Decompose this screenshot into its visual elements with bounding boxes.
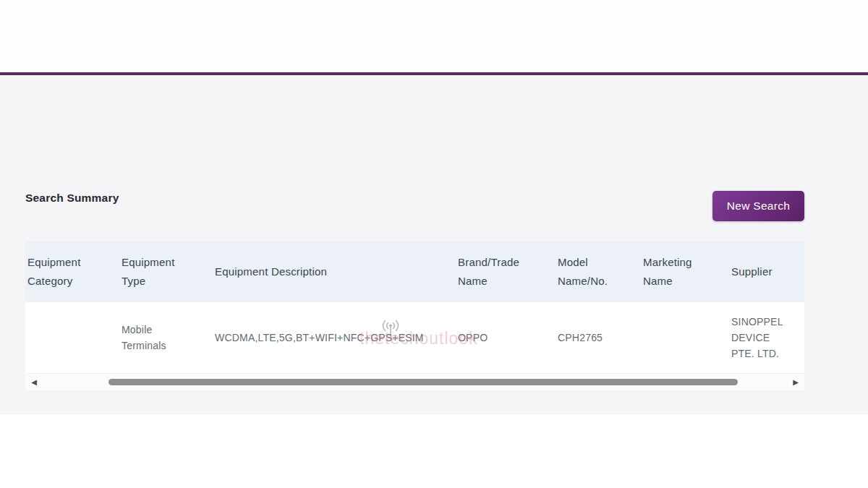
cell-network-compatibility <box>800 302 804 373</box>
bottom-white-band <box>0 414 868 488</box>
scroll-right-icon[interactable]: ▶ <box>790 377 801 388</box>
content-area: Search Summary New Search Equipment Cate… <box>0 75 868 414</box>
col-header-network-compatibility: Network Compatibility <box>800 241 804 302</box>
col-header-equipment-type: Equipment Type <box>110 241 203 302</box>
cell-marketing-name <box>631 302 720 373</box>
table-header-row: Equipment Category Equipment Type Equipm… <box>25 241 804 302</box>
new-search-button[interactable]: New Search <box>712 191 804 221</box>
col-header-equipment-description: Equipment Description <box>203 241 446 302</box>
results-table-viewport[interactable]: Equipment Category Equipment Type Equipm… <box>25 241 804 390</box>
table-row: Mobile Terminals WCDMA,LTE,5G,BT+WIFI+NF… <box>25 302 804 373</box>
cell-equipment-type: Mobile Terminals <box>110 302 203 373</box>
search-summary-page: Search Summary New Search Equipment Cate… <box>0 0 868 488</box>
col-header-brand-trade-name: Brand/Trade Name <box>446 241 546 302</box>
horizontal-scrollbar: ◀ ▶ <box>25 373 804 390</box>
top-white-band <box>0 0 868 72</box>
cell-equipment-description: WCDMA,LTE,5G,BT+WIFI+NFC+GPS+ESIM <box>203 302 446 373</box>
page-title: Search Summary <box>25 192 119 205</box>
cell-brand-trade-name: OPPO <box>446 302 546 373</box>
cell-equipment-category <box>25 302 110 373</box>
col-header-equipment-category: Equipment Category <box>25 241 110 302</box>
results-table: Equipment Category Equipment Type Equipm… <box>25 241 804 373</box>
scrollbar-thumb[interactable] <box>109 379 738 385</box>
scroll-left-icon[interactable]: ◀ <box>28 377 40 388</box>
cell-supplier: SINOPPEL DEVICE PTE. LTD. <box>720 302 800 373</box>
cell-model-name-no: CPH2765 <box>546 302 631 373</box>
col-header-marketing-name: Marketing Name <box>631 241 720 302</box>
col-header-supplier: Supplier <box>720 241 800 302</box>
col-header-model-name-no: Model Name/No. <box>546 241 631 302</box>
